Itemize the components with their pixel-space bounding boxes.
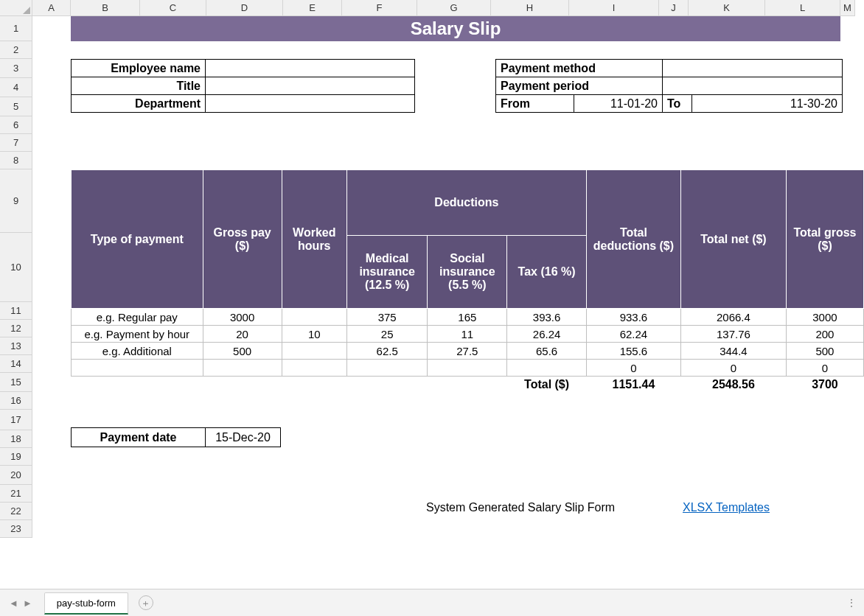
to-date-cell[interactable]: 11-30-20 xyxy=(692,95,843,113)
cell-type[interactable]: e.g. Additional xyxy=(72,343,203,360)
cell-hours[interactable] xyxy=(282,309,346,326)
column-header-J[interactable]: J xyxy=(659,0,689,16)
cell-total_gross[interactable]: 200 xyxy=(786,326,863,343)
cell-type[interactable]: e.g. Payment by hour xyxy=(72,326,203,343)
row-header-17[interactable]: 17 xyxy=(0,410,32,430)
row-header-8[interactable]: 8 xyxy=(0,152,32,169)
cell-total_net[interactable]: 137.76 xyxy=(680,326,786,343)
select-all-corner[interactable] xyxy=(0,0,32,16)
employee-title-label: Title xyxy=(72,77,206,95)
row-header-16[interactable]: 16 xyxy=(0,392,32,410)
cell-total_net[interactable]: 344.4 xyxy=(680,343,786,360)
cell-gross[interactable]: 20 xyxy=(203,326,282,343)
xlsx-templates-link[interactable]: XLSX Templates xyxy=(683,501,770,514)
cell-tax[interactable]: 26.24 xyxy=(507,326,587,343)
column-header-B[interactable]: B xyxy=(71,0,140,16)
row-header-3[interactable]: 3 xyxy=(0,59,32,78)
cell-total_ded[interactable]: 155.6 xyxy=(586,343,680,360)
cell-social[interactable] xyxy=(428,360,507,377)
cell-social[interactable]: 11 xyxy=(428,326,507,343)
row-header-15[interactable]: 15 xyxy=(0,373,32,392)
tab-nav-arrows[interactable]: ◄ ► xyxy=(0,598,41,609)
cell-total_gross[interactable]: 500 xyxy=(786,343,863,360)
cell-gross[interactable]: 500 xyxy=(203,343,282,360)
cell-medical[interactable]: 375 xyxy=(346,309,428,326)
salary-table: Type of payment Gross pay ($) Worked hou… xyxy=(71,169,864,393)
cell-total_net[interactable]: 0 xyxy=(680,360,786,377)
cell-total_gross[interactable]: 0 xyxy=(786,360,863,377)
cell-medical[interactable] xyxy=(346,360,428,377)
cell-gross[interactable] xyxy=(203,360,282,377)
payment-method-cell[interactable] xyxy=(663,60,843,77)
sheet-tab-active[interactable]: pay-stub-form xyxy=(44,592,128,615)
spreadsheet-view: ABCDEFGHIJKLM 12345678910111213141516171… xyxy=(0,0,864,616)
cell-total_gross[interactable]: 3000 xyxy=(786,309,863,326)
row-header-4[interactable]: 4 xyxy=(0,78,32,97)
row-header-9[interactable]: 9 xyxy=(0,169,32,233)
row-header-11[interactable]: 11 xyxy=(0,302,32,320)
cell-tax[interactable]: 393.6 xyxy=(507,309,587,326)
column-header-L[interactable]: L xyxy=(765,0,840,16)
cell-medical[interactable]: 62.5 xyxy=(346,343,428,360)
employee-name-cell[interactable] xyxy=(206,60,415,77)
payment-period-label: Payment period xyxy=(496,77,663,95)
column-headers: ABCDEFGHIJKLM xyxy=(0,0,864,16)
cell-tax[interactable] xyxy=(507,360,587,377)
totals-label: Total ($) xyxy=(507,377,587,393)
cell-social[interactable]: 27.5 xyxy=(428,343,507,360)
row-header-14[interactable]: 14 xyxy=(0,355,32,373)
th-deductions: Deductions xyxy=(346,170,586,236)
row-header-21[interactable]: 21 xyxy=(0,485,32,503)
column-header-F[interactable]: F xyxy=(342,0,417,16)
column-header-G[interactable]: G xyxy=(417,0,491,16)
column-header-E[interactable]: E xyxy=(283,0,342,16)
row-header-12[interactable]: 12 xyxy=(0,320,32,337)
employee-department-cell[interactable] xyxy=(206,95,415,113)
row-header-22[interactable]: 22 xyxy=(0,503,32,520)
row-header-7[interactable]: 7 xyxy=(0,134,32,152)
column-header-K[interactable]: K xyxy=(689,0,765,16)
totals-spacer xyxy=(282,377,346,393)
cell-hours[interactable]: 10 xyxy=(282,326,346,343)
th-type: Type of payment xyxy=(72,170,203,309)
column-header-H[interactable]: H xyxy=(491,0,569,16)
row-header-23[interactable]: 23 xyxy=(0,520,32,538)
cell-type[interactable]: e.g. Regular pay xyxy=(72,309,203,326)
cell-hours[interactable] xyxy=(282,343,346,360)
column-header-M[interactable]: M xyxy=(840,0,855,16)
cell-medical[interactable]: 25 xyxy=(346,326,428,343)
tabbar-options-icon[interactable]: ⋮ xyxy=(846,597,857,609)
cell-total_ded[interactable]: 62.24 xyxy=(586,326,680,343)
row-header-20[interactable]: 20 xyxy=(0,466,32,485)
row-header-5[interactable]: 5 xyxy=(0,97,32,116)
payment-date-cell[interactable]: 15-Dec-20 xyxy=(206,428,281,447)
row-header-6[interactable]: 6 xyxy=(0,116,32,134)
cell-total_ded[interactable]: 0 xyxy=(586,360,680,377)
add-sheet-button[interactable]: ＋ xyxy=(139,595,153,610)
cell-area[interactable]: Salary Slip Employee name Title Departme… xyxy=(32,16,864,589)
column-header-I[interactable]: I xyxy=(569,0,659,16)
page-title: Salary Slip xyxy=(71,16,840,41)
cell-gross[interactable]: 3000 xyxy=(203,309,282,326)
employee-title-cell[interactable] xyxy=(206,77,415,95)
cell-hours[interactable] xyxy=(282,360,346,377)
row-header-10[interactable]: 10 xyxy=(0,233,32,302)
row-header-18[interactable]: 18 xyxy=(0,430,32,448)
th-medical: Medical insurance (12.5 %) xyxy=(346,236,428,309)
cell-total_net[interactable]: 2066.4 xyxy=(680,309,786,326)
payment-period-cell[interactable] xyxy=(663,77,843,95)
column-header-C[interactable]: C xyxy=(140,0,206,16)
cell-social[interactable]: 165 xyxy=(428,309,507,326)
column-header-D[interactable]: D xyxy=(206,0,283,16)
cell-type[interactable] xyxy=(72,360,203,377)
row-header-13[interactable]: 13 xyxy=(0,337,32,355)
from-date-cell[interactable]: 11-01-20 xyxy=(574,95,663,113)
cell-total_ded[interactable]: 933.6 xyxy=(586,309,680,326)
column-header-A[interactable]: A xyxy=(32,0,71,16)
row-header-19[interactable]: 19 xyxy=(0,448,32,466)
tab-prev-icon[interactable]: ◄ xyxy=(9,598,18,609)
row-header-2[interactable]: 2 xyxy=(0,41,32,59)
row-header-1[interactable]: 1 xyxy=(0,16,32,41)
cell-tax[interactable]: 65.6 xyxy=(507,343,587,360)
tab-next-icon[interactable]: ► xyxy=(23,598,32,609)
